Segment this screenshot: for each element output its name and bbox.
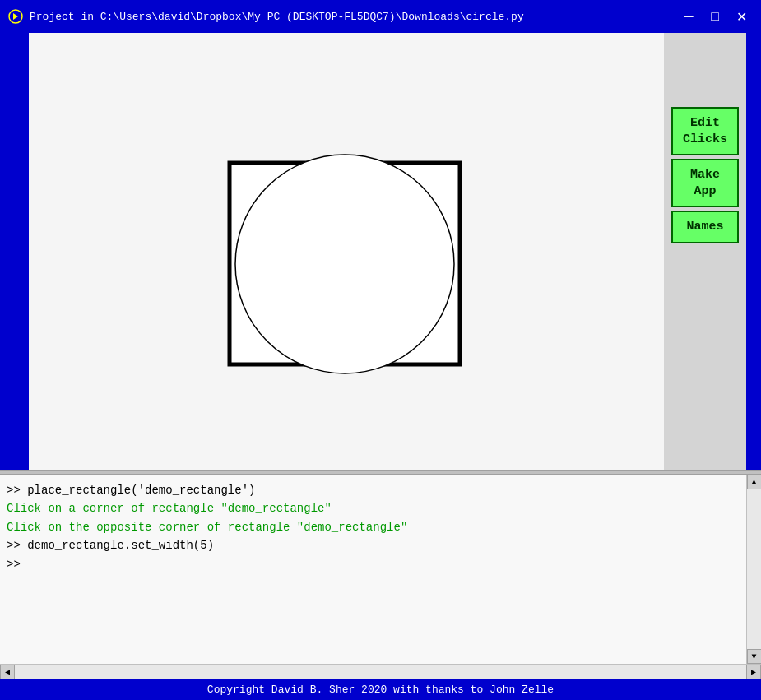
scroll-track [747, 489, 761, 649]
console-line: Click on the opposite corner of rectangl… [7, 518, 740, 536]
left-border [0, 33, 29, 470]
main-area: EditClicks MakeApp Names [0, 33, 761, 470]
drawing-canvas [225, 126, 468, 377]
canvas-area[interactable] [29, 33, 664, 470]
right-panel: EditClicks MakeApp Names [664, 33, 746, 470]
title-bar-controls: ─ □ ✕ [677, 7, 753, 26]
title-bar-left: Project in C:\Users\david\Dropbox\My PC … [8, 9, 524, 24]
scrollbar-area: ▲ ▼ [746, 475, 761, 664]
title-bar: Project in C:\Users\david\Dropbox\My PC … [0, 0, 761, 33]
status-text: Copyright David B. Sher 2020 with thanks… [207, 684, 554, 696]
console-area[interactable]: >> place_rectangle('demo_rectangle')Clic… [0, 475, 746, 664]
close-button[interactable]: ✕ [730, 7, 753, 26]
console-line: >> [7, 555, 740, 573]
console-line: >> place_rectangle('demo_rectangle') [7, 481, 740, 499]
console-line: >> demo_rectangle.set_width(5) [7, 536, 740, 554]
edit-clicks-button[interactable]: EditClicks [671, 107, 739, 155]
maximize-button[interactable]: □ [703, 7, 726, 26]
bottom-scrollbar: ◀ ▶ [0, 664, 761, 679]
scroll-up-arrow[interactable]: ▲ [747, 475, 762, 489]
scroll-left-arrow[interactable]: ◀ [0, 665, 15, 679]
make-app-button[interactable]: MakeApp [671, 159, 739, 207]
names-button[interactable]: Names [671, 211, 739, 243]
console-wrapper: >> place_rectangle('demo_rectangle')Clic… [0, 475, 761, 664]
scroll-down-arrow[interactable]: ▼ [747, 649, 762, 664]
right-border [746, 33, 761, 470]
svg-point-2 [235, 155, 454, 373]
window-title: Project in C:\Users\david\Dropbox\My PC … [30, 11, 524, 23]
bottom-scroll-track [15, 665, 746, 679]
status-bar: Copyright David B. Sher 2020 with thanks… [0, 679, 761, 700]
scroll-right-arrow[interactable]: ▶ [746, 665, 761, 679]
minimize-button[interactable]: ─ [677, 7, 700, 26]
console-line: Click on a corner of rectangle "demo_rec… [7, 499, 740, 517]
app-icon [8, 9, 23, 24]
